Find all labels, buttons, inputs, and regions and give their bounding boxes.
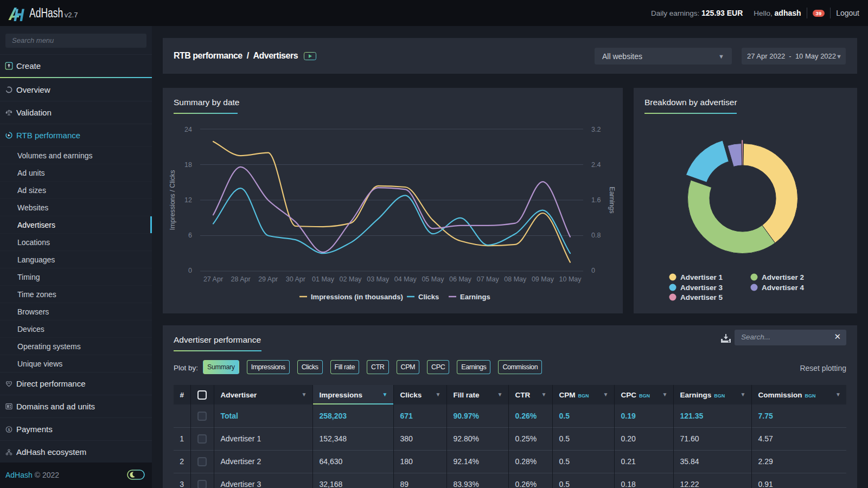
svg-text:04 May: 04 May bbox=[394, 275, 417, 283]
svg-text:Advertiser 4: Advertiser 4 bbox=[762, 284, 805, 292]
svg-text:24: 24 bbox=[184, 126, 192, 133]
svg-text:28 Apr: 28 Apr bbox=[231, 275, 251, 283]
svg-text:27 Apr: 27 Apr bbox=[203, 275, 223, 283]
svg-text:01 May: 01 May bbox=[312, 275, 335, 283]
svg-text:07 May: 07 May bbox=[477, 275, 500, 283]
svg-text:09 May: 09 May bbox=[532, 275, 554, 283]
svg-text:2.4: 2.4 bbox=[591, 161, 601, 169]
svg-text:Advertiser 5: Advertiser 5 bbox=[680, 293, 723, 301]
svg-text:0: 0 bbox=[591, 267, 595, 274]
svg-text:03 May: 03 May bbox=[367, 275, 390, 283]
svg-text:Advertiser 3: Advertiser 3 bbox=[680, 284, 723, 292]
svg-text:08 May: 08 May bbox=[504, 275, 527, 283]
svg-text:Impressions / Clicks: Impressions / Clicks bbox=[169, 170, 176, 230]
svg-text:Earnings: Earnings bbox=[608, 187, 616, 213]
svg-text:0.8: 0.8 bbox=[591, 232, 601, 239]
svg-text:1.6: 1.6 bbox=[591, 196, 601, 204]
svg-text:Clicks: Clicks bbox=[418, 293, 439, 301]
svg-text:Earnings: Earnings bbox=[460, 293, 490, 301]
svg-text:18: 18 bbox=[184, 161, 192, 169]
svg-text:02 May: 02 May bbox=[340, 275, 362, 283]
svg-text:12: 12 bbox=[184, 196, 192, 204]
svg-text:6: 6 bbox=[188, 232, 192, 239]
svg-text:3.2: 3.2 bbox=[591, 126, 601, 133]
svg-text:10 May: 10 May bbox=[559, 275, 582, 283]
svg-text:30 Apr: 30 Apr bbox=[286, 275, 305, 283]
svg-text:05 May: 05 May bbox=[422, 275, 444, 283]
svg-text:$: $ bbox=[8, 427, 10, 432]
svg-text:Advertiser 1: Advertiser 1 bbox=[680, 273, 723, 281]
svg-text:Impressions (in thousands): Impressions (in thousands) bbox=[311, 293, 403, 301]
svg-text:06 May: 06 May bbox=[449, 275, 472, 283]
svg-text:Advertiser 2: Advertiser 2 bbox=[762, 273, 804, 281]
svg-text:29 Apr: 29 Apr bbox=[258, 275, 278, 283]
svg-text:0: 0 bbox=[188, 267, 192, 274]
